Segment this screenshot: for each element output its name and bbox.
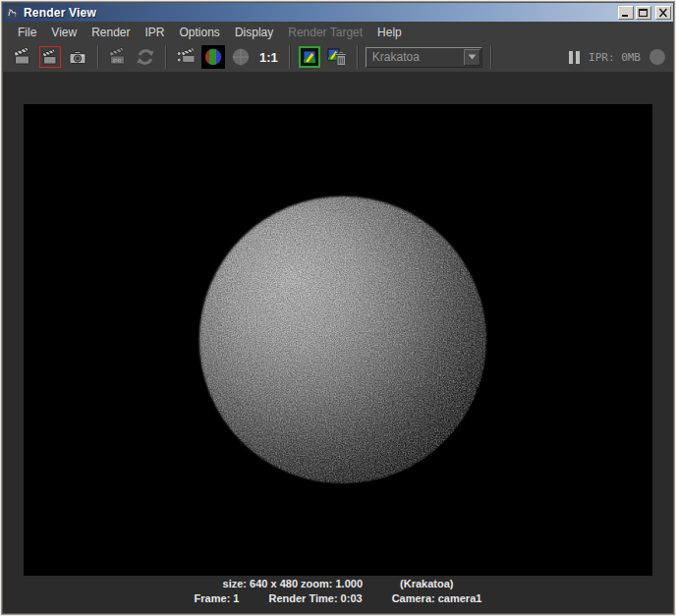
render-time-label: Render Time: 0:03	[268, 592, 362, 604]
render-view-window: Render View File View Render	[0, 0, 676, 616]
renderer-label: (Krakatoa)	[400, 578, 453, 589]
pause-icon	[569, 51, 573, 64]
alpha-channel-button[interactable]	[229, 45, 253, 69]
keep-image-button[interactable]	[299, 46, 320, 68]
remove-image-trash-icon	[326, 46, 348, 68]
alpha-channel-sphere-icon	[231, 47, 251, 67]
toolbar-separator	[97, 45, 98, 69]
pause-ipr-button[interactable]	[569, 51, 580, 64]
toolbar-separator	[357, 45, 358, 69]
keep-image-icon	[303, 50, 316, 64]
maximize-button[interactable]	[636, 6, 651, 20]
real-size-button[interactable]: 1:1	[256, 45, 281, 69]
redo-previous-render-clapperboard-icon	[40, 47, 60, 67]
minimize-button[interactable]	[618, 6, 634, 20]
render-clapperboard-icon	[13, 47, 32, 67]
remove-image-button[interactable]	[325, 45, 349, 69]
combo-arrow-button[interactable]	[464, 49, 480, 66]
minimize-icon	[620, 8, 632, 18]
menu-render-target: Render Target	[287, 25, 364, 40]
chevron-down-icon	[468, 54, 477, 60]
close-button[interactable]	[655, 6, 671, 20]
snapshot-camera-icon	[68, 47, 87, 67]
pause-icon	[576, 51, 580, 64]
toolbar-separator	[490, 45, 491, 69]
refresh-ipr-button	[134, 45, 157, 69]
menu-display[interactable]: Display	[234, 25, 274, 40]
ipr-render-button: IPR	[106, 45, 130, 69]
ipr-memory-label: IPR: 0MB	[589, 51, 641, 64]
window-title: Render View	[24, 6, 618, 20]
frame-label: Frame: 1	[195, 592, 240, 604]
rgb-channels-sphere-icon	[203, 47, 223, 67]
camera-label: Camera: camera1	[392, 592, 482, 604]
menu-help[interactable]: Help	[376, 25, 403, 40]
status-line-1: size: 640 x 480 zoom: 1.000 (Krakatoa)	[3, 578, 673, 589]
titlebar[interactable]: Render View	[3, 3, 673, 22]
refresh-ipr-icon	[135, 46, 156, 68]
toolbar-separator	[289, 45, 290, 69]
toolbar: IPR	[3, 42, 673, 72]
rendered-image[interactable]	[24, 104, 652, 576]
snapshot-button[interactable]	[66, 45, 89, 69]
maximize-icon	[638, 8, 649, 18]
close-icon	[657, 8, 669, 18]
menu-render[interactable]: Render	[90, 25, 131, 40]
render-progress-indicator	[649, 49, 665, 65]
render-region-button[interactable]	[174, 45, 197, 69]
status-line-2: Frame: 1 Render Time: 0:03 Camera: camer…	[3, 592, 673, 604]
ipr-controls: IPR: 0MB	[569, 49, 665, 65]
particle-sphere	[199, 196, 486, 483]
render-button[interactable]	[11, 45, 34, 69]
ipr-render-clapperboard-icon: IPR	[108, 47, 128, 67]
size-zoom-label: size: 640 x 480 zoom: 1.000	[223, 578, 363, 589]
render-target-value: Krakatoa	[366, 50, 464, 64]
render-region-clapperboard-icon	[176, 47, 196, 67]
menu-ipr[interactable]: IPR	[144, 25, 166, 40]
window-icon	[6, 6, 19, 19]
render-viewport: size: 640 x 480 zoom: 1.000 (Krakatoa) F…	[3, 72, 673, 613]
menu-options[interactable]: Options	[179, 25, 221, 40]
menu-file[interactable]: File	[17, 25, 37, 40]
toolbar-separator	[165, 45, 166, 69]
rgb-channels-button[interactable]	[201, 45, 225, 69]
svg-text:IPR: IPR	[113, 58, 122, 64]
menubar: File View Render IPR Options Display Ren…	[3, 22, 673, 42]
render-target-select[interactable]: Krakatoa	[366, 47, 482, 68]
redo-previous-render-button[interactable]	[38, 45, 62, 69]
menu-view[interactable]: View	[50, 25, 78, 40]
